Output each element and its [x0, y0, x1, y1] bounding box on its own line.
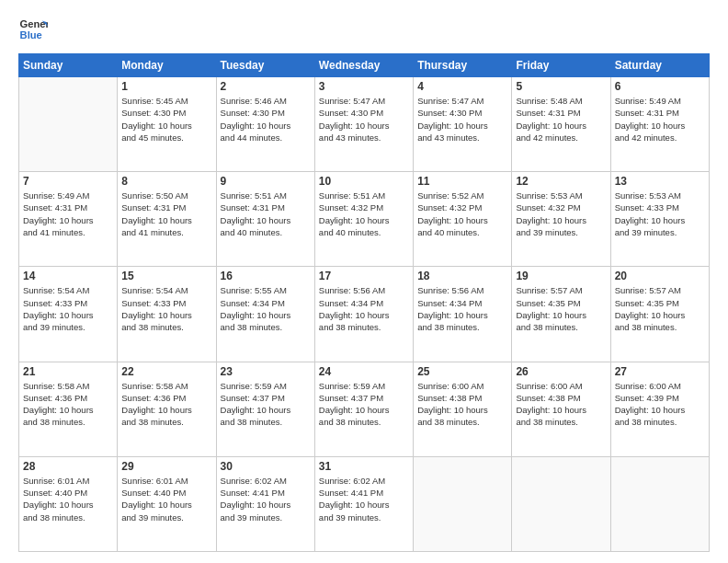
day-number: 7	[23, 175, 113, 188]
day-info: Sunrise: 5:51 AMSunset: 4:31 PMDaylight:…	[221, 190, 311, 238]
day-info: Sunrise: 6:00 AMSunset: 4:39 PMDaylight:…	[615, 380, 705, 429]
day-cell: 30Sunrise: 6:02 AMSunset: 4:41 PMDayligh…	[216, 456, 314, 551]
day-cell	[19, 77, 118, 172]
col-header-wednesday: Wednesday	[314, 54, 413, 77]
day-info: Sunrise: 5:51 AMSunset: 4:32 PMDaylight:…	[319, 190, 409, 238]
day-info: Sunrise: 5:58 AMSunset: 4:36 PMDaylight:…	[121, 380, 211, 429]
day-number: 27	[615, 365, 705, 378]
day-info: Sunrise: 5:53 AMSunset: 4:32 PMDaylight:…	[516, 190, 606, 238]
day-info: Sunrise: 6:01 AMSunset: 4:40 PMDaylight:…	[121, 475, 211, 523]
col-header-tuesday: Tuesday	[216, 54, 314, 77]
day-cell: 3Sunrise: 5:47 AMSunset: 4:30 PMDaylight…	[314, 77, 413, 172]
day-cell: 11Sunrise: 5:52 AMSunset: 4:32 PMDayligh…	[414, 172, 512, 267]
day-cell: 12Sunrise: 5:53 AMSunset: 4:32 PMDayligh…	[512, 172, 610, 267]
day-cell: 25Sunrise: 6:00 AMSunset: 4:38 PMDayligh…	[414, 362, 512, 456]
col-header-sunday: Sunday	[19, 54, 118, 77]
col-header-saturday: Saturday	[610, 54, 709, 77]
day-number: 19	[516, 270, 606, 282]
day-cell: 14Sunrise: 5:54 AMSunset: 4:33 PMDayligh…	[19, 267, 118, 362]
day-info: Sunrise: 5:56 AMSunset: 4:34 PMDaylight:…	[319, 284, 409, 333]
header: General Blue	[18, 15, 710, 44]
day-number: 31	[319, 460, 409, 473]
day-cell	[610, 456, 709, 551]
day-cell: 10Sunrise: 5:51 AMSunset: 4:32 PMDayligh…	[314, 172, 413, 267]
svg-text:Blue: Blue	[20, 29, 42, 40]
day-number: 10	[319, 175, 409, 188]
day-number: 26	[516, 365, 606, 378]
day-info: Sunrise: 6:00 AMSunset: 4:38 PMDaylight:…	[417, 380, 507, 429]
week-row-1: 7Sunrise: 5:49 AMSunset: 4:31 PMDaylight…	[19, 172, 710, 267]
day-number: 4	[417, 80, 507, 93]
day-info: Sunrise: 5:49 AMSunset: 4:31 PMDaylight:…	[23, 190, 113, 238]
day-cell: 23Sunrise: 5:59 AMSunset: 4:37 PMDayligh…	[216, 362, 314, 456]
day-number: 16	[221, 270, 311, 282]
day-info: Sunrise: 5:53 AMSunset: 4:33 PMDaylight:…	[615, 190, 705, 238]
day-info: Sunrise: 5:47 AMSunset: 4:30 PMDaylight:…	[417, 95, 507, 144]
day-info: Sunrise: 5:45 AMSunset: 4:30 PMDaylight:…	[121, 95, 211, 144]
day-number: 29	[121, 460, 211, 473]
day-number: 1	[121, 80, 211, 93]
week-row-0: 1Sunrise: 5:45 AMSunset: 4:30 PMDaylight…	[19, 77, 710, 172]
day-number: 9	[221, 175, 311, 188]
day-info: Sunrise: 5:57 AMSunset: 4:35 PMDaylight:…	[516, 284, 606, 333]
day-info: Sunrise: 5:46 AMSunset: 4:30 PMDaylight:…	[221, 95, 311, 144]
day-cell: 31Sunrise: 6:02 AMSunset: 4:41 PMDayligh…	[314, 456, 413, 551]
day-info: Sunrise: 6:00 AMSunset: 4:38 PMDaylight:…	[516, 380, 606, 429]
svg-text:General: General	[20, 18, 48, 29]
day-info: Sunrise: 6:02 AMSunset: 4:41 PMDaylight:…	[319, 475, 409, 523]
day-cell: 13Sunrise: 5:53 AMSunset: 4:33 PMDayligh…	[610, 172, 709, 267]
day-number: 3	[319, 80, 409, 93]
logo-icon: General Blue	[18, 15, 48, 44]
day-cell: 26Sunrise: 6:00 AMSunset: 4:38 PMDayligh…	[512, 362, 610, 456]
day-cell: 27Sunrise: 6:00 AMSunset: 4:39 PMDayligh…	[610, 362, 709, 456]
day-number: 28	[23, 460, 113, 473]
day-number: 5	[516, 80, 606, 93]
day-number: 13	[615, 175, 705, 188]
day-cell	[512, 456, 610, 551]
day-info: Sunrise: 5:47 AMSunset: 4:30 PMDaylight:…	[319, 95, 409, 144]
day-cell: 8Sunrise: 5:50 AMSunset: 4:31 PMDaylight…	[118, 172, 216, 267]
day-number: 6	[615, 80, 705, 93]
day-info: Sunrise: 5:54 AMSunset: 4:33 PMDaylight:…	[23, 284, 113, 333]
day-cell	[414, 456, 512, 551]
day-info: Sunrise: 5:58 AMSunset: 4:36 PMDaylight:…	[23, 380, 113, 429]
day-cell: 7Sunrise: 5:49 AMSunset: 4:31 PMDaylight…	[19, 172, 118, 267]
day-cell: 19Sunrise: 5:57 AMSunset: 4:35 PMDayligh…	[512, 267, 610, 362]
day-cell: 21Sunrise: 5:58 AMSunset: 4:36 PMDayligh…	[19, 362, 118, 456]
day-cell: 28Sunrise: 6:01 AMSunset: 4:40 PMDayligh…	[19, 456, 118, 551]
day-number: 8	[121, 175, 211, 188]
day-number: 24	[319, 365, 409, 378]
week-row-2: 14Sunrise: 5:54 AMSunset: 4:33 PMDayligh…	[19, 267, 710, 362]
week-row-3: 21Sunrise: 5:58 AMSunset: 4:36 PMDayligh…	[19, 362, 710, 456]
day-number: 20	[615, 270, 705, 282]
day-cell: 1Sunrise: 5:45 AMSunset: 4:30 PMDaylight…	[118, 77, 216, 172]
day-number: 18	[417, 270, 507, 282]
day-number: 23	[221, 365, 311, 378]
day-cell: 6Sunrise: 5:49 AMSunset: 4:31 PMDaylight…	[610, 77, 709, 172]
day-cell: 16Sunrise: 5:55 AMSunset: 4:34 PMDayligh…	[216, 267, 314, 362]
day-info: Sunrise: 5:54 AMSunset: 4:33 PMDaylight:…	[121, 284, 211, 333]
col-header-friday: Friday	[512, 54, 610, 77]
day-number: 25	[417, 365, 507, 378]
day-cell: 15Sunrise: 5:54 AMSunset: 4:33 PMDayligh…	[118, 267, 216, 362]
day-info: Sunrise: 5:57 AMSunset: 4:35 PMDaylight:…	[615, 284, 705, 333]
day-cell: 22Sunrise: 5:58 AMSunset: 4:36 PMDayligh…	[118, 362, 216, 456]
week-row-4: 28Sunrise: 6:01 AMSunset: 4:40 PMDayligh…	[19, 456, 710, 551]
day-number: 12	[516, 175, 606, 188]
day-info: Sunrise: 6:02 AMSunset: 4:41 PMDaylight:…	[221, 475, 311, 523]
day-number: 2	[221, 80, 311, 93]
day-number: 14	[23, 270, 113, 282]
day-number: 21	[23, 365, 113, 378]
day-cell: 17Sunrise: 5:56 AMSunset: 4:34 PMDayligh…	[314, 267, 413, 362]
day-number: 11	[417, 175, 507, 188]
day-cell: 2Sunrise: 5:46 AMSunset: 4:30 PMDaylight…	[216, 77, 314, 172]
day-number: 22	[121, 365, 211, 378]
day-number: 15	[121, 270, 211, 282]
day-info: Sunrise: 5:52 AMSunset: 4:32 PMDaylight:…	[417, 190, 507, 238]
col-header-monday: Monday	[118, 54, 216, 77]
day-number: 30	[221, 460, 311, 473]
day-cell: 20Sunrise: 5:57 AMSunset: 4:35 PMDayligh…	[610, 267, 709, 362]
day-cell: 29Sunrise: 6:01 AMSunset: 4:40 PMDayligh…	[118, 456, 216, 551]
day-info: Sunrise: 5:48 AMSunset: 4:31 PMDaylight:…	[516, 95, 606, 144]
calendar-header-row: SundayMondayTuesdayWednesdayThursdayFrid…	[19, 54, 710, 77]
